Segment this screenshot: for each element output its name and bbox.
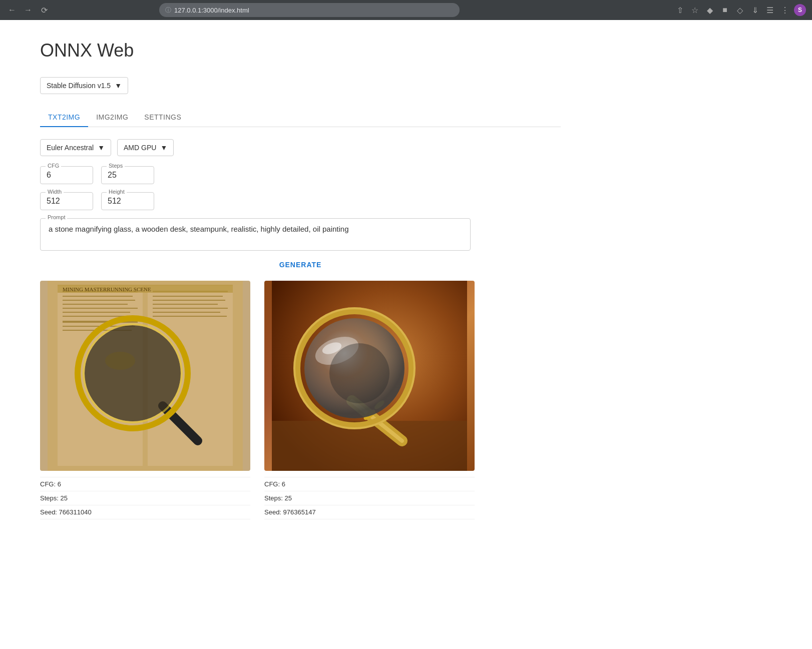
image-cfg-1: CFG: 6 — [40, 480, 61, 488]
model-selector[interactable]: Stable Diffusion v1.5 ▼ — [40, 77, 128, 94]
svg-rect-16 — [153, 304, 218, 305]
steps-field: Steps — [101, 166, 154, 184]
tab-txt2img[interactable]: TXT2IMG — [40, 108, 88, 127]
height-label: Height — [107, 189, 127, 195]
image-cfg-2: CFG: 6 — [264, 480, 285, 488]
image-2-svg — [264, 281, 475, 471]
scheduler-selector[interactable]: Euler Ancestral ▼ — [40, 139, 111, 156]
prompt-input[interactable]: a stone magnifying glass, a wooden desk,… — [49, 225, 462, 243]
sidebar-button[interactable]: ☰ — [764, 4, 776, 16]
image-meta-2: CFG: 6 Steps: 25 Seed: 976365147 — [264, 477, 475, 519]
svg-rect-19 — [153, 316, 227, 317]
image-cfg-row-2: CFG: 6 — [264, 477, 475, 491]
image-card-2: CFG: 6 Steps: 25 Seed: 976365147 — [264, 281, 475, 519]
steps-input[interactable] — [108, 171, 148, 180]
generated-image-1: MINING MASTERRUNNING SCENE — [40, 281, 250, 471]
svg-point-38 — [329, 343, 389, 403]
svg-rect-4 — [63, 296, 133, 297]
generate-button[interactable]: GENERATE — [279, 261, 322, 269]
controls-row: Euler Ancestral ▼ AMD GPU ▼ — [40, 139, 561, 156]
prompt-label: Prompt — [46, 214, 67, 220]
extension-1-button[interactable]: ◆ — [704, 4, 716, 16]
svg-rect-15 — [153, 300, 225, 301]
svg-rect-18 — [153, 312, 220, 313]
prompt-wrapper: Prompt a stone magnifying glass, a woode… — [40, 218, 471, 251]
cfg-input[interactable] — [47, 171, 87, 180]
svg-point-25 — [105, 352, 135, 370]
model-chevron-icon: ▼ — [115, 82, 122, 90]
scheduler-label: Euler Ancestral — [47, 144, 94, 152]
image-seed-row-2: Seed: 976365147 — [264, 505, 475, 519]
prompt-field: Prompt a stone magnifying glass, a woode… — [40, 218, 471, 251]
image-seed-2: Seed: 976365147 — [264, 508, 316, 516]
share-button[interactable]: ⇧ — [674, 4, 686, 16]
tab-settings[interactable]: SETTINGS — [136, 108, 189, 127]
width-label: Width — [46, 189, 64, 195]
svg-rect-8 — [63, 312, 130, 313]
reload-button[interactable]: ⟳ — [38, 4, 50, 16]
svg-rect-6 — [63, 304, 128, 305]
image-steps-row-2: Steps: 25 — [264, 491, 475, 505]
svg-rect-7 — [63, 308, 138, 309]
model-selected-label: Stable Diffusion v1.5 — [47, 82, 111, 90]
image-steps-2: Steps: 25 — [264, 494, 292, 502]
image-seed-row-1: Seed: 766311040 — [40, 505, 250, 519]
extension-2-button[interactable]: ■ — [719, 4, 731, 16]
image-card-1: MINING MASTERRUNNING SCENE CFG: 6 — [40, 281, 250, 519]
image-cfg-row-1: CFG: 6 — [40, 477, 250, 491]
svg-point-24 — [85, 325, 181, 421]
back-button[interactable]: ← — [6, 4, 18, 16]
browser-actions: ⇧ ☆ ◆ ■ ◇ ⇓ ☰ ⋮ S — [674, 4, 806, 16]
tabs-bar: TXT2IMG IMG2IMG SETTINGS — [40, 108, 561, 127]
url-text: 127.0.0.1:3000/index.html — [174, 7, 249, 14]
svg-rect-5 — [63, 300, 135, 301]
browser-chrome: ← → ⟳ ⓘ 127.0.0.1:3000/index.html ⇧ ☆ ◆ … — [0, 0, 812, 20]
user-avatar[interactable]: S — [794, 4, 806, 16]
page-title: ONNX Web — [40, 40, 561, 61]
device-selector[interactable]: AMD GPU ▼ — [117, 139, 174, 156]
cfg-steps-row: CFG Steps — [40, 166, 561, 184]
svg-rect-14 — [153, 296, 223, 297]
height-input[interactable] — [108, 197, 148, 206]
device-label: AMD GPU — [124, 144, 156, 152]
menu-button[interactable]: ⋮ — [779, 4, 791, 16]
image-steps-1: Steps: 25 — [40, 494, 68, 502]
image-meta-1: CFG: 6 Steps: 25 Seed: 766311040 — [40, 477, 250, 519]
device-chevron-icon: ▼ — [160, 144, 167, 152]
height-field: Height — [101, 192, 154, 210]
svg-rect-28 — [272, 421, 467, 471]
svg-text:MINING MASTERRUNNING SCENE: MINING MASTERRUNNING SCENE — [63, 286, 151, 292]
image-steps-row-1: Steps: 25 — [40, 491, 250, 505]
bookmark-button[interactable]: ☆ — [689, 4, 701, 16]
generated-image-2 — [264, 281, 475, 471]
steps-label: Steps — [107, 163, 125, 169]
scheduler-chevron-icon: ▼ — [98, 144, 105, 152]
forward-button[interactable]: → — [22, 4, 34, 16]
width-field: Width — [40, 192, 93, 210]
lock-icon: ⓘ — [165, 6, 171, 15]
address-bar[interactable]: ⓘ 127.0.0.1:3000/index.html — [159, 3, 460, 17]
image-gallery: MINING MASTERRUNNING SCENE CFG: 6 — [40, 281, 561, 519]
width-height-row: Width Height — [40, 192, 561, 210]
cfg-label: CFG — [46, 163, 61, 169]
tab-img2img[interactable]: IMG2IMG — [88, 108, 136, 127]
download-button[interactable]: ⇓ — [749, 4, 761, 16]
svg-rect-17 — [153, 308, 228, 309]
image-1-svg: MINING MASTERRUNNING SCENE — [40, 281, 250, 471]
cfg-field: CFG — [40, 166, 93, 184]
image-seed-1: Seed: 766311040 — [40, 508, 92, 516]
generate-row: GENERATE — [40, 261, 561, 269]
page-content: ONNX Web Stable Diffusion v1.5 ▼ TXT2IMG… — [0, 20, 601, 539]
width-input[interactable] — [47, 197, 87, 206]
extension-3-button[interactable]: ◇ — [734, 4, 746, 16]
